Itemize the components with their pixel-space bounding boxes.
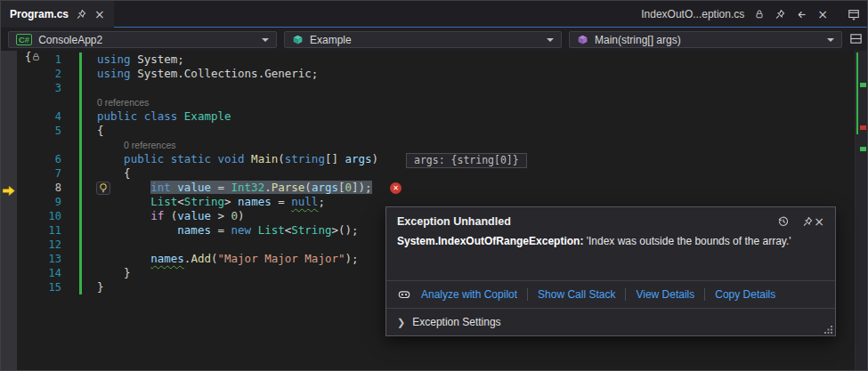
exception-type: System.IndexOutOfRangeException: <box>397 235 583 247</box>
code-text: if (value > 0) <box>67 209 245 223</box>
member-name: Main(string[] args) <box>595 34 681 46</box>
pin-icon[interactable] <box>802 216 814 228</box>
code-text <box>67 238 97 252</box>
code-token: null <box>291 195 318 208</box>
close-icon[interactable]: × <box>817 8 828 20</box>
tab-preview[interactable]: IndexOutO...eption.cs × <box>641 1 828 28</box>
code-text: { <box>67 124 104 138</box>
code-token: new <box>231 223 252 237</box>
code-token: Int32 <box>231 181 265 194</box>
code-token <box>177 109 184 123</box>
chevron-down-icon <box>262 38 269 42</box>
quick-actions-lightbulb-icon[interactable] <box>96 181 110 195</box>
code-line[interactable]: 2using System.Collections.Generic; <box>1 67 855 81</box>
type-dropdown[interactable]: Example <box>284 31 562 48</box>
resize-grip[interactable] <box>823 324 833 334</box>
scrollbar-annotation-mark <box>860 83 866 87</box>
history-icon[interactable] <box>777 215 790 228</box>
line-number: 10 <box>17 209 67 223</box>
codelens-row[interactable]: 0 references <box>1 95 855 109</box>
line-number: 11 <box>17 223 67 238</box>
args-datatip[interactable]: args: {string[0]} <box>406 153 527 168</box>
line-number <box>17 138 67 152</box>
type-name: Example <box>310 34 352 46</box>
exception-popup-header: Exception Unhandled × <box>386 207 835 231</box>
show-call-stack-button[interactable]: Show Call Stack <box>538 288 615 301</box>
scrollbar-annotation-mark <box>860 125 866 130</box>
code-token: } <box>97 266 131 279</box>
line-number: 7 <box>17 166 67 181</box>
code-token: String <box>291 223 331 237</box>
exception-popup-title: Exception Unhandled <box>397 215 765 228</box>
code-line[interactable]: 1using System; <box>1 52 855 67</box>
close-icon[interactable]: × <box>94 8 105 20</box>
exception-text: 'Index was outside the bounds of the arr… <box>583 235 791 247</box>
code-line[interactable]: 7 { <box>1 166 855 181</box>
codelens-references[interactable]: 0 references <box>124 140 175 150</box>
code-token: args <box>312 181 338 194</box>
code-token: "Major Major Major" <box>218 252 345 265</box>
line-number: 3 <box>17 81 67 95</box>
exception-error-icon[interactable]: ✕ <box>390 182 402 194</box>
divider <box>527 288 528 301</box>
line-number: 4 <box>17 109 67 124</box>
vertical-scrollbar[interactable] <box>855 51 867 370</box>
code-text: names.Add("Major Major Major"); <box>67 252 359 266</box>
project-dropdown[interactable]: C# ConsoleApp2 <box>8 31 277 48</box>
code-token: names <box>150 252 184 265</box>
line-number <box>17 95 67 109</box>
code-token: = <box>211 223 231 237</box>
divider <box>625 288 626 301</box>
code-token: public class <box>97 109 177 123</box>
line-number: 2 <box>17 67 67 81</box>
code-token: Parse <box>272 181 305 194</box>
code-text: 0 references <box>67 95 149 109</box>
codelens-row[interactable]: 0 references <box>1 138 855 152</box>
tab-program-cs[interactable]: Program.cs × <box>1 1 114 28</box>
project-name: ConsoleApp2 <box>38 34 102 46</box>
analyze-with-copilot-button[interactable]: Analyze with Copilot <box>421 288 517 301</box>
code-token: ( <box>304 181 312 194</box>
codelens-references[interactable]: 0 references <box>97 97 149 108</box>
code-token: ) <box>372 152 379 165</box>
close-icon[interactable]: × <box>814 215 824 228</box>
code-token <box>97 195 150 208</box>
code-token <box>97 223 177 237</box>
code-token <box>97 252 150 265</box>
code-text <box>67 81 97 95</box>
code-line[interactable]: 8 int value = Int32.Parse(args[0]); <box>1 181 855 195</box>
brace-lock-icon: { <box>25 51 40 63</box>
line-number: 9 <box>17 195 67 209</box>
pin-icon[interactable] <box>76 9 87 20</box>
code-token: ) <box>238 209 245 222</box>
line-number: 12 <box>17 238 67 252</box>
code-token: System.Collections.Generic; <box>131 67 319 80</box>
view-details-button[interactable]: View Details <box>636 288 694 301</box>
code-token: List <box>150 195 177 208</box>
member-dropdown[interactable]: Main(string[] args) <box>569 31 842 48</box>
code-text: { <box>67 166 131 181</box>
copy-details-button[interactable]: Copy Details <box>715 288 775 301</box>
code-token <box>245 152 252 165</box>
code-text: } <box>67 266 131 280</box>
line-number: 13 <box>17 252 67 266</box>
code-token: ( <box>164 209 177 222</box>
code-token: if <box>150 209 164 222</box>
code-token: { <box>97 166 131 180</box>
lock-icon <box>754 9 765 20</box>
code-token: Example <box>184 109 231 123</box>
document-list-icon[interactable] <box>848 8 860 20</box>
split-window-icon[interactable] <box>849 32 863 45</box>
pin-icon[interactable] <box>775 9 786 20</box>
back-arrow-icon[interactable] <box>796 9 807 20</box>
code-line[interactable]: 4public class Example <box>1 109 855 124</box>
code-line[interactable]: 5{ <box>1 124 855 138</box>
exception-settings-expander[interactable]: ❯ Exception Settings <box>386 309 835 335</box>
code-token: >(); <box>331 223 358 237</box>
code-line[interactable]: 3 <box>1 81 855 95</box>
code-token: names <box>177 223 211 237</box>
class-icon <box>292 34 304 45</box>
line-number: 5 <box>17 124 67 138</box>
tab-strip: Program.cs × IndexOutO...eption.cs × <box>1 1 867 28</box>
code-token: using <box>97 52 131 66</box>
